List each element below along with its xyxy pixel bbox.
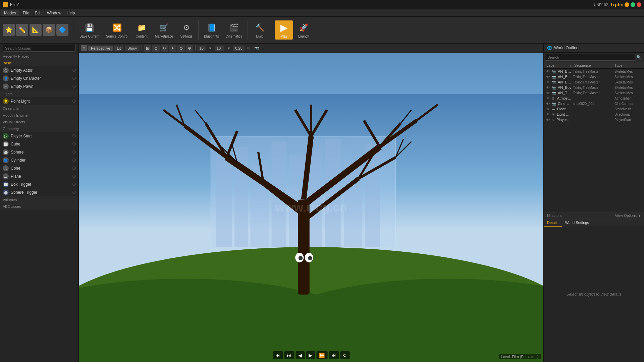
outliner-row-3[interactable]: 👁 📷 AN_Boy TakingTreeMaster SkeletalMes xyxy=(544,85,644,90)
modes-button[interactable]: Modes xyxy=(1,10,19,16)
vis-icon-4[interactable]: 👁 xyxy=(546,91,550,95)
class-info-empty-pawn[interactable]: ⓘ xyxy=(72,84,76,89)
playback-skip-start[interactable]: ⏮ xyxy=(273,351,283,359)
class-item-player-start[interactable]: ▷ Player Start ⓘ xyxy=(0,132,78,140)
viewport-mode-3[interactable]: ↻ xyxy=(161,45,168,52)
viewport-mode-4[interactable]: ✦ xyxy=(169,45,176,52)
vis-icon-1[interactable]: 👁 xyxy=(546,75,550,79)
outliner-row-9[interactable]: 👁 ▷ Player Start PlayerStart xyxy=(544,117,644,122)
class-info-cube[interactable]: ⓘ xyxy=(72,142,76,146)
content-button[interactable]: 📁 Content xyxy=(132,20,151,40)
quick-btn-3[interactable]: 📐 xyxy=(30,24,42,36)
class-info-empty-actor[interactable]: ⓘ xyxy=(72,68,76,73)
vis-icon-3[interactable]: 👁 xyxy=(546,86,550,89)
volumes-section[interactable]: Volumes xyxy=(0,196,78,203)
viewport-3d[interactable]: ⏮ ⏭ ◀ ▶ ⏩ ⏭ ↻ Level: Film (Persistent) w… xyxy=(79,53,543,362)
vis-icon-2[interactable]: 👁 xyxy=(546,80,550,84)
class-info-point-light[interactable]: ⓘ xyxy=(72,99,76,104)
col-sequence[interactable]: Sequence xyxy=(574,63,614,67)
outliner-row-6[interactable]: 👁 📷 CineCameraActor38 shot0020_001 CineC… xyxy=(544,101,644,106)
world-settings-tab[interactable]: World Settings xyxy=(562,219,592,227)
basic-section[interactable]: Basic xyxy=(0,60,78,66)
class-item-sphere-trigger[interactable]: ⬤ Sphere Trigger ⓘ xyxy=(0,188,78,196)
col-label[interactable]: Label xyxy=(546,63,570,67)
class-item-cube[interactable]: ⬜ Cube ⓘ xyxy=(0,140,78,148)
lights-section[interactable]: Lights xyxy=(0,90,78,97)
class-info-plane[interactable]: ⓘ xyxy=(72,174,76,179)
show-button[interactable]: Show xyxy=(125,46,140,51)
settings-button[interactable]: ⚙ Settings xyxy=(177,20,196,40)
search-classes-input[interactable] xyxy=(3,45,76,52)
menu-help[interactable]: Help xyxy=(64,10,78,16)
details-tab[interactable]: Details xyxy=(544,219,562,227)
build-button[interactable]: 🔨 Build xyxy=(251,20,269,40)
class-info-sphere[interactable]: ⓘ xyxy=(72,150,76,155)
playback-loop[interactable]: ↻ xyxy=(340,351,350,359)
marketplace-button[interactable]: 🛒 Marketplace xyxy=(152,20,176,40)
menu-window[interactable]: Window xyxy=(44,10,64,16)
class-item-plane[interactable]: ▬ Plane ⓘ xyxy=(0,172,78,180)
outliner-row-0[interactable]: 👁 📷 AN_Balloon_Anim TakingTreeMaster Ske… xyxy=(544,69,644,74)
vis-icon-5[interactable]: 👁 xyxy=(546,97,550,100)
houdini-engine-section[interactable]: Houdini Engine xyxy=(0,112,78,119)
col-type[interactable]: Type xyxy=(614,63,641,67)
playback-prev-frame[interactable]: ⏭ xyxy=(284,351,294,359)
recently-placed-section[interactable]: Recently Placed xyxy=(0,53,78,60)
quick-btn-1[interactable]: ⭐ xyxy=(3,24,15,36)
perspective-button[interactable]: Perspective xyxy=(88,46,113,51)
viewport-mode-1[interactable]: ⊞ xyxy=(144,45,151,52)
vis-icon-9[interactable]: 👁 xyxy=(546,118,550,122)
close-button[interactable] xyxy=(637,2,641,7)
outliner-row-1[interactable]: 👁 📷 AN_Beehive_Final_Ar TakingTreeMaster… xyxy=(544,74,644,79)
all-classes-section[interactable]: All Classes xyxy=(0,203,78,210)
viewport-mode-2[interactable]: ⊙ xyxy=(152,45,160,52)
playback-play[interactable]: ▶ xyxy=(306,351,315,359)
launch-button[interactable]: 🚀 Launch xyxy=(294,20,313,40)
playback-skip-end[interactable]: ⏭ xyxy=(329,351,339,359)
outliner-search-icon[interactable]: 🔍 xyxy=(635,55,643,60)
menu-edit[interactable]: Edit xyxy=(32,10,44,16)
outliner-row-2[interactable]: 👁 📷 AN_Bees TakingTreeMaster SkeletalMes xyxy=(544,79,644,85)
grid-size-button[interactable]: 10 xyxy=(198,46,206,51)
class-info-cylinder[interactable]: ⓘ xyxy=(72,158,76,163)
angle-button[interactable]: 10° xyxy=(215,46,224,51)
vis-icon-6[interactable]: 👁 xyxy=(546,102,550,106)
play-button[interactable]: ▶ Play xyxy=(275,20,293,40)
playback-forward[interactable]: ⏩ xyxy=(316,351,327,359)
class-item-box-trigger[interactable]: ⬜ Box Trigger ⓘ xyxy=(0,180,78,188)
class-item-empty-actor[interactable]: ⬡ Empty Actor ⓘ xyxy=(0,66,78,74)
class-info-box-trigger[interactable]: ⓘ xyxy=(72,182,76,187)
vis-icon-8[interactable]: 👁 xyxy=(546,113,550,116)
vis-icon-0[interactable]: 👁 xyxy=(546,70,550,73)
playback-reverse[interactable]: ◀ xyxy=(296,351,305,359)
quick-btn-5[interactable]: 🔷 xyxy=(56,24,68,36)
minimize-button[interactable] xyxy=(625,2,629,7)
viewport-mode-5[interactable]: ⊘ xyxy=(177,45,185,52)
class-item-empty-pawn[interactable]: 🎮 Empty Pawn ⓘ xyxy=(0,82,78,90)
source-control-button[interactable]: 🔀 Source Control xyxy=(103,20,131,40)
cinematic-section[interactable]: Cinematic xyxy=(0,105,78,112)
cinematics-button[interactable]: 🎬 Cinematics xyxy=(223,20,245,40)
view-options-button[interactable]: View Options ▼ xyxy=(615,214,641,218)
save-current-button[interactable]: 💾 Save Current xyxy=(77,20,102,40)
blueprints-button[interactable]: 📘 Blueprints xyxy=(201,20,221,40)
class-item-point-light[interactable]: 💡 Point Light ⓘ xyxy=(0,97,78,105)
class-item-sphere[interactable]: ⬤ Sphere ⓘ xyxy=(0,148,78,156)
outliner-row-7[interactable]: 👁 ▬ Floor StaticMesh xyxy=(544,106,644,112)
quick-btn-2[interactable]: ✏️ xyxy=(16,24,28,36)
menu-file[interactable]: File xyxy=(20,10,32,16)
outliner-row-4[interactable]: 👁 📷 AN_Tree_Anim TakingTreeMaster Skelet… xyxy=(544,90,644,96)
outliner-row-5[interactable]: 👁 🌫 Atmospheric Fog Atmospher xyxy=(544,96,644,101)
class-info-cone[interactable]: ⓘ xyxy=(72,166,76,171)
opacity-button[interactable]: 0.25 xyxy=(233,46,244,51)
class-item-cone[interactable]: △ Cone ⓘ xyxy=(0,164,78,172)
class-info-empty-character[interactable]: ⓘ xyxy=(72,76,76,81)
class-info-sphere-trigger[interactable]: ⓘ xyxy=(72,190,76,195)
maximize-button[interactable] xyxy=(631,2,635,7)
vis-icon-7[interactable]: 👁 xyxy=(546,107,550,111)
visual-effects-section[interactable]: Visual Effects xyxy=(0,119,78,125)
outliner-search-input[interactable] xyxy=(545,54,635,61)
class-item-empty-character[interactable]: 👤 Empty Character ⓘ xyxy=(0,74,78,82)
viewport-menu-button[interactable]: ≡ xyxy=(81,45,87,51)
viewport-mode-6[interactable]: ⊕ xyxy=(186,45,193,52)
